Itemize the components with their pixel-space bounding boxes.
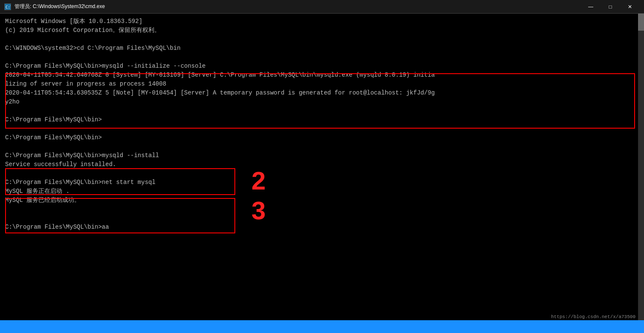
terminal-line bbox=[5, 124, 633, 133]
maximize-button[interactable]: □ bbox=[601, 0, 620, 14]
terminal-line: 2020-04-11T05:54:43.630535Z 5 [Note] [MY… bbox=[5, 89, 633, 98]
cmd-icon: C:\ bbox=[4, 3, 11, 10]
terminal-line bbox=[5, 35, 633, 44]
close-button[interactable]: ✕ bbox=[620, 0, 640, 14]
terminal-line: C:\Program Files\MySQL\bin> bbox=[5, 133, 633, 142]
terminal-line bbox=[5, 169, 633, 178]
taskbar bbox=[0, 320, 644, 333]
terminal-line: MySQL 服务正在启动 . bbox=[5, 187, 633, 196]
terminal-line: Microsoft Windows [版本 10.0.18363.592] bbox=[5, 17, 633, 26]
scrollbar[interactable] bbox=[638, 14, 644, 333]
terminal-content: Microsoft Windows [版本 10.0.18363.592](c)… bbox=[0, 14, 638, 333]
terminal-line: C:\WINDOWS\system32>cd C:\Program Files\… bbox=[5, 44, 633, 53]
terminal-line: C:\Program Files\MySQL\bin>net start mys… bbox=[5, 178, 633, 187]
terminal-line bbox=[5, 205, 633, 214]
terminal-line: y2ho bbox=[5, 98, 633, 106]
terminal-line: 2020-04-11T05:54:42.640768Z 0 [System] [… bbox=[5, 71, 633, 80]
svg-text:C:\: C:\ bbox=[6, 5, 11, 9]
scrollbar-thumb[interactable] bbox=[638, 14, 644, 31]
terminal-line: (c) 2019 Microsoft Corporation。保留所有权利。 bbox=[5, 26, 633, 35]
titlebar: C:\ 管理员: C:\Windows\System32\cmd.exe — □… bbox=[0, 0, 644, 14]
terminal-line bbox=[5, 214, 633, 223]
terminal-line bbox=[5, 106, 633, 115]
bottom-url: https://blog.csdn.net/x/a73500 bbox=[551, 314, 635, 319]
terminal-line: C:\Program Files\MySQL\bin>mysqld --inst… bbox=[5, 151, 633, 160]
terminal-line: MySQL 服务已经启动成功。 bbox=[5, 196, 633, 205]
window-title: 管理员: C:\Windows\System32\cmd.exe bbox=[14, 3, 581, 10]
terminal-line: Service successfully installed. bbox=[5, 160, 633, 169]
window-controls: — □ ✕ bbox=[581, 0, 640, 14]
terminal-line: C:\Program Files\MySQL\bin> bbox=[5, 115, 633, 124]
terminal-line: lizing of server in progress as process … bbox=[5, 80, 633, 89]
terminal-line bbox=[5, 53, 633, 62]
terminal-line: C:\Program Files\MySQL\bin>mysqld --init… bbox=[5, 62, 633, 71]
minimize-button[interactable]: — bbox=[581, 0, 601, 14]
terminal-line bbox=[5, 142, 633, 151]
terminal-line: C:\Program Files\MySQL\bin>aa bbox=[5, 223, 633, 232]
